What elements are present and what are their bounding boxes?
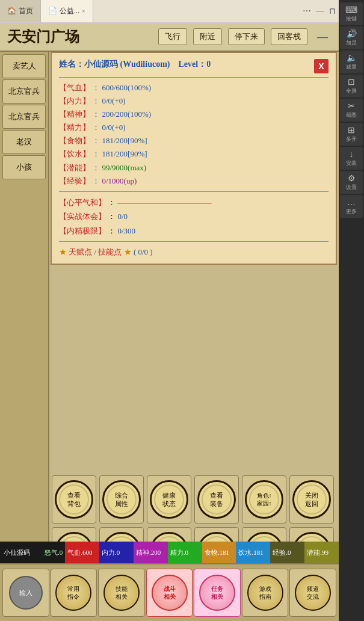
action-equipment[interactable]: 查看装备 — [194, 475, 239, 524]
nearby-button[interactable]: 附近 — [193, 28, 222, 45]
status-player-name: 小仙源码 — [0, 548, 42, 557]
stat-hp: 【气血】 ： 600/600(100%) — [59, 81, 329, 94]
action-attributes[interactable]: 综合属性 — [99, 475, 144, 524]
keyboard-icon: ⌨ — [345, 5, 357, 14]
stat-spirit: 【精神】 ： 200/200(100%) — [59, 108, 329, 121]
stat-stamina: 【精力】 ： 0/0(+0) — [59, 121, 329, 134]
status-water: 饮水.181 — [236, 542, 270, 563]
skill-guide[interactable]: 游戏指南 — [242, 569, 289, 617]
npc-oldman[interactable]: 老汉 — [2, 130, 46, 154]
action-close[interactable]: 关闭返回 — [289, 475, 334, 524]
tab-home[interactable]: 🏠 首页 — [0, 0, 41, 22]
tab-close-btn[interactable]: × — [82, 8, 85, 14]
status-food: 食物.181 — [202, 542, 236, 563]
npc-guard2[interactable]: 北京官兵 — [2, 105, 46, 129]
stats-section: 【气血】 ： 600/600(100%) 【内力】 ： 0/0(+0) 【精神】… — [59, 81, 329, 188]
more-dots-icon: … — [347, 197, 356, 207]
stat-calm: 【心平气和】 ： ———————————— — [59, 196, 329, 209]
skill-common[interactable]: 常用指令 — [51, 569, 97, 617]
stat-exp: 【经验】 ： 0/1000(up) — [59, 175, 329, 188]
panel-minimize-button[interactable]: — — [313, 31, 332, 43]
volume-up-icon: 🔊 — [347, 29, 357, 39]
info-header: 姓名：小仙源码 (Wudiliucom) Level：0 X — [59, 59, 329, 73]
skill-channel[interactable]: 频道交流 — [289, 569, 336, 617]
minimize-icon[interactable]: — — [316, 6, 324, 16]
volume-down-icon: 🔈 — [347, 53, 357, 63]
skill-combat[interactable]: 战斗相关 — [146, 569, 193, 617]
gear-icon: ⚙ — [348, 173, 356, 183]
action-backpack[interactable]: 查看背包 — [52, 475, 96, 524]
screenshot-button[interactable]: ✂ 截图 — [340, 99, 363, 122]
fullscreen-icon: ⊡ — [348, 77, 355, 87]
multi-open-button[interactable]: ⊞ 多开 — [340, 123, 363, 146]
inn-button[interactable]: 回客栈 — [271, 28, 307, 45]
player-name-label: 姓名：小仙源码 (Wudiliucom) Level：0 — [59, 59, 211, 70]
fullscreen-button[interactable]: ⊡ 全屏 — [340, 75, 363, 97]
more-button[interactable]: … 更多 — [340, 195, 363, 218]
skill-quest[interactable]: 任务相关 — [194, 569, 241, 617]
npc-guard1[interactable]: 北京官兵 — [2, 79, 46, 104]
talent-row[interactable]: ★ 天赋点 / 技能点 ★ ( 0/0 ) — [59, 247, 329, 258]
browser-chrome: 🏠 首页 📄 公益... × ⋯ — ⊓ ✕ ◁ — [0, 0, 364, 23]
npc-artist[interactable]: 卖艺人 — [2, 54, 46, 78]
status-spirit: 精神.200 — [134, 542, 168, 563]
tab-active[interactable]: 📄 公益... × — [41, 0, 93, 22]
skill-skills[interactable]: 技能相关 — [98, 569, 145, 617]
action-health[interactable]: 健康状态 — [147, 475, 191, 524]
stat-potential: 【潜能】 ： 99/9000(max) — [59, 161, 329, 175]
page-icon: 📄 — [48, 7, 57, 16]
status-stamina: 精力.0 — [168, 542, 202, 563]
action-grid-row1: 查看背包 综合属性 健康状态 查看装备 角色↑家园↑ 关闭返回 — [51, 474, 337, 525]
install-button[interactable]: ↓ 安装 — [340, 147, 363, 170]
location-title: 天安门广场 — [7, 27, 152, 46]
info-close-button[interactable]: X — [314, 59, 329, 73]
volume-up-button[interactable]: 🔊 加是 — [340, 26, 363, 49]
info-panel: 姓名：小仙源码 (Wudiliucom) Level：0 X 【气血】 ： 60… — [51, 52, 337, 265]
input-button[interactable]: 输入 — [9, 576, 43, 610]
fly-button[interactable]: 飞行 — [158, 28, 187, 45]
status-exp: 经验.0 — [270, 542, 304, 563]
home-icon: 🏠 — [7, 7, 16, 16]
location-bar: 天安门广场 飞行 附近 停下来 回客栈 — — [0, 23, 339, 52]
status-mp: 内力.0 — [99, 542, 134, 563]
action-character[interactable]: 角色↑家园↑ — [242, 475, 286, 524]
main-area: 天安门广场 飞行 附近 停下来 回客栈 — 卖艺人 北京官兵 北京官兵 老汉 小… — [0, 23, 339, 621]
stat-food: 【食物】 ： 181/200[90%] — [59, 134, 329, 147]
special-section: 【心平气和】 ： ———————————— 【实战体会】 ： 0/0 【内精极限… — [59, 196, 329, 238]
status-potential: 潜能.99 — [304, 542, 339, 563]
stat-mp: 【内力】 ： 0/0(+0) — [59, 94, 329, 108]
scissors-icon: ✂ — [348, 101, 355, 111]
status-bar: 小仙源码 怒气.0 气血.600 内力.0 精神.200 精力.0 食物.181… — [0, 542, 339, 563]
status-hp: 气血.600 — [65, 542, 99, 563]
install-icon: ↓ — [350, 149, 354, 159]
maximize-icon[interactable]: ⊓ — [329, 6, 336, 16]
more-icon[interactable]: ⋯ — [303, 6, 311, 16]
settings-button[interactable]: ⚙ 设置 — [340, 171, 363, 194]
skill-input[interactable]: 输入 — [2, 569, 49, 617]
status-anger: 怒气.0 — [42, 548, 65, 557]
volume-down-button[interactable]: 🔈 减量 — [340, 51, 363, 73]
stat-inner-limit: 【内精极限】 ： 0/300 — [59, 224, 329, 238]
stat-water: 【饮水】 ： 181/200[90%] — [59, 147, 329, 161]
skill-bar: 输入 常用指令 技能相关 战斗相关 任务相关 游戏指南 频道交流 — [0, 563, 339, 621]
stop-button[interactable]: 停下来 — [228, 28, 265, 45]
multi-icon: ⊞ — [348, 125, 355, 135]
npc-child[interactable]: 小孩 — [2, 155, 46, 179]
stat-combat: 【实战体会】 ： 0/0 — [59, 209, 329, 223]
keyboard-button[interactable]: ⌨ 按键 — [340, 2, 363, 25]
right-sidebar: ⌨ 按键 🔊 加是 🔈 减量 ⊡ 全屏 ✂ 截图 ⊞ 多开 ↓ 安装 ⚙ 设置 … — [339, 0, 364, 621]
npc-panel: 卖艺人 北京官兵 北京官兵 老汉 小孩 — [0, 52, 49, 575]
